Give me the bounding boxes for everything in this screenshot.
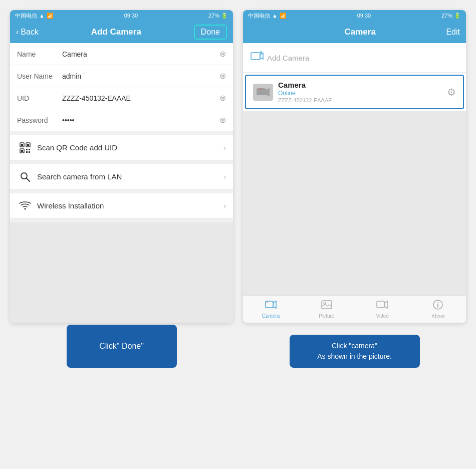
edit-button[interactable]: Edit — [446, 28, 460, 37]
left-phone: 中国电信 ▲ 📶 09:30 27% 🔋 ‹ Back Add Camera D… — [10, 10, 233, 323]
separator-4 — [10, 218, 233, 222]
wireless-label: Wireless Installation — [37, 201, 223, 210]
svg-rect-9 — [29, 151, 30, 153]
status-bar-right: 中国电信 ▲ 📶 09:30 27% 🔋 — [243, 10, 466, 21]
password-row: Password ⊗ — [10, 109, 233, 131]
search-camera-chevron-icon: › — [223, 172, 226, 181]
scan-qr-chevron-icon: › — [223, 143, 226, 152]
about-tab-icon — [432, 299, 443, 313]
qr-icon — [17, 142, 33, 153]
about-tab-label: About — [431, 314, 444, 319]
svg-rect-1 — [21, 144, 23, 146]
camera-title: Camera — [345, 27, 376, 37]
time-left: 09:30 — [124, 13, 138, 19]
tab-about[interactable]: About — [410, 296, 466, 323]
svg-rect-23 — [322, 301, 332, 309]
signal-icon-right: ▲ — [272, 13, 278, 19]
bottom-right-section: Click "camera" As shown in the picture. — [243, 325, 466, 368]
tab-picture[interactable]: Picture — [299, 296, 354, 323]
separator-3 — [10, 189, 233, 193]
video-tab-label: Video — [376, 313, 388, 319]
username-label: User Name — [17, 72, 62, 80]
camera-item-uid: ZZZZ-450132-EAAAE — [278, 97, 447, 103]
left-gray-area — [10, 222, 233, 323]
wireless-row[interactable]: Wireless Installation › — [10, 193, 233, 218]
nav-bar-left: ‹ Back Add Camera Done — [10, 21, 233, 43]
tab-camera[interactable]: Camera — [243, 296, 299, 323]
picture-tab-icon — [321, 300, 332, 312]
click-done-callout[interactable]: Click" Done" — [67, 325, 177, 368]
svg-point-19 — [260, 88, 262, 90]
svg-rect-7 — [29, 149, 30, 150]
nav-bar-right: Camera Edit — [243, 21, 466, 43]
tab-bar: Camera Picture — [243, 295, 466, 323]
username-row: User Name ⊗ — [10, 65, 233, 87]
right-phone: 中国电信 ▲ 📶 09:30 27% 🔋 Camera Edit — [243, 10, 466, 323]
camera-details: Camera Online ZZZZ-450132-EAAAE — [278, 81, 447, 103]
svg-rect-3 — [27, 144, 29, 146]
name-input[interactable] — [62, 50, 219, 58]
svg-point-29 — [437, 302, 438, 303]
wifi-icon: 📶 — [47, 13, 54, 19]
signal-icon: ▲ — [39, 13, 45, 19]
status-bar-left: 中国电信 ▲ 📶 09:30 27% 🔋 — [10, 10, 233, 21]
search-icon — [17, 171, 33, 182]
back-chevron-icon: ‹ — [16, 28, 19, 37]
uid-input[interactable] — [62, 94, 219, 102]
name-label: Name — [17, 50, 62, 58]
right-gray-area — [243, 111, 466, 295]
camera-settings-icon[interactable]: ⚙ — [447, 86, 456, 98]
name-clear-icon[interactable]: ⊗ — [219, 49, 226, 59]
wifi-menu-icon — [17, 201, 33, 210]
back-button[interactable]: ‹ Back — [16, 28, 39, 37]
search-camera-row[interactable]: Search camera from LAN › — [10, 164, 233, 189]
svg-point-22 — [267, 302, 268, 303]
separator-1 — [10, 131, 233, 135]
svg-rect-5 — [21, 150, 23, 152]
uid-label: UID — [17, 94, 62, 102]
done-button[interactable]: Done — [194, 25, 227, 40]
form-section: Name ⊗ User Name ⊗ UID ⊗ Password ⊗ — [10, 43, 233, 131]
uid-row: UID ⊗ — [10, 87, 233, 109]
svg-rect-25 — [377, 301, 384, 308]
svg-marker-26 — [384, 301, 387, 308]
password-clear-icon[interactable]: ⊗ — [219, 115, 226, 125]
name-row: Name ⊗ — [10, 43, 233, 65]
svg-rect-13 — [251, 53, 260, 60]
search-camera-label: Search camera from LAN — [37, 172, 223, 181]
callout-line2: As shown in the picture. — [300, 351, 410, 362]
add-camera-button[interactable]: Add Camera — [243, 43, 466, 73]
svg-marker-21 — [273, 301, 276, 308]
scan-qr-label: Scan QR Code add UID — [37, 143, 223, 152]
bottom-left-section: Click" Done" — [10, 325, 233, 368]
wifi-icon-right: 📶 — [280, 13, 287, 19]
svg-point-12 — [25, 208, 26, 209]
svg-rect-6 — [26, 149, 28, 150]
battery-icon-right: 🔋 — [454, 13, 461, 19]
svg-marker-14 — [260, 53, 263, 59]
battery-icon-left: 🔋 — [221, 13, 228, 19]
svg-marker-18 — [266, 88, 270, 96]
camera-list-item[interactable]: Camera Online ZZZZ-450132-EAAAE ⚙ — [245, 75, 464, 109]
click-camera-callout: Click "camera" As shown in the picture. — [290, 335, 420, 368]
carrier-right: 中国电信 — [248, 12, 270, 20]
svg-rect-8 — [26, 151, 28, 153]
camera-tab-label: Camera — [262, 313, 280, 319]
wireless-chevron-icon: › — [223, 201, 226, 210]
add-camera-title: Add Camera — [91, 27, 141, 37]
carrier-left: 中国电信 — [15, 12, 37, 20]
username-input[interactable] — [62, 72, 219, 80]
battery-left: 27% — [208, 13, 219, 19]
password-input[interactable] — [62, 116, 219, 124]
camera-tab-icon — [265, 300, 277, 312]
tab-video[interactable]: Video — [355, 296, 410, 323]
username-clear-icon[interactable]: ⊗ — [219, 71, 226, 81]
camera-thumbnail — [253, 84, 273, 101]
callout-line1: Click "camera" — [300, 341, 410, 351]
add-camera-label: Add Camera — [267, 54, 309, 62]
time-right: 09:30 — [357, 13, 371, 19]
camera-item-name: Camera — [278, 81, 447, 89]
uid-clear-icon[interactable]: ⊗ — [219, 93, 226, 103]
password-label: Password — [17, 116, 62, 124]
scan-qr-row[interactable]: Scan QR Code add UID › — [10, 135, 233, 160]
